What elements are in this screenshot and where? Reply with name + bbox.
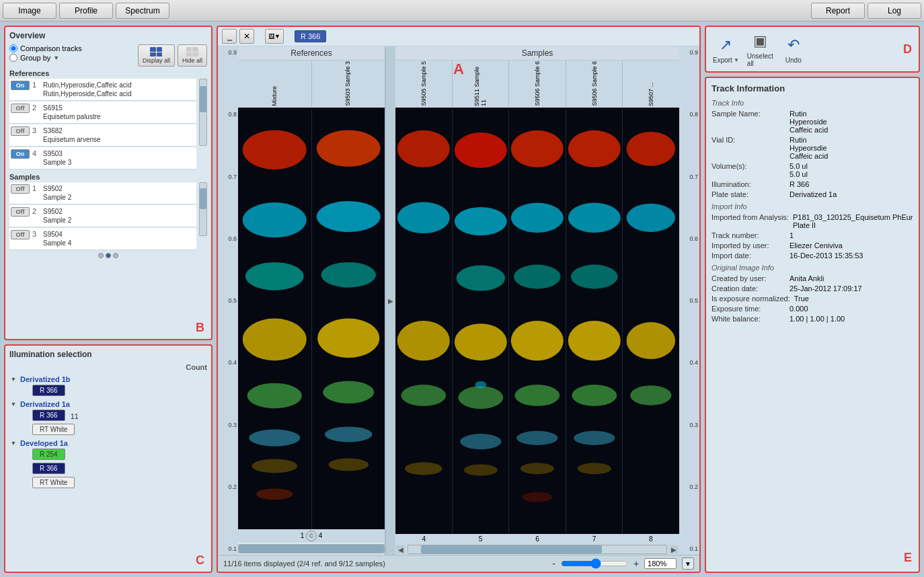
log-button[interactable]: Log <box>868 3 921 19</box>
samples-scrollbar[interactable] <box>199 182 207 236</box>
rf-right-0.7: 0.7 <box>681 174 698 180</box>
volumes-val: 5.0 ul5.0 ul <box>790 162 808 178</box>
nav-dot-3[interactable] <box>113 253 118 258</box>
export-button[interactable]: ↗ Export ▼ <box>713 35 739 64</box>
ref-tlc-track-1[interactable] <box>238 108 312 529</box>
track-info-panel: Track Information Track Info Sample Name… <box>705 77 920 573</box>
ref-tlc-track-4[interactable] <box>312 108 385 529</box>
display-all-label: Display all <box>143 57 170 64</box>
sample-tlc-7[interactable] <box>566 108 623 534</box>
group-by-dropdown-arrow: ▼ <box>53 54 59 61</box>
actions-panel: ↗ Export ▼ ▣ Unselectall ↶ Undo D <box>705 26 920 73</box>
ref-1-num: 1 <box>32 81 40 89</box>
sample-name-val: RutinHyperosideCaffeic acid <box>790 110 828 134</box>
deriv-1b-toggle[interactable]: ▼ <box>9 375 17 383</box>
ref-2-toggle[interactable]: Off <box>11 104 30 113</box>
ref-track-1[interactable]: On 1 Rutin,Hyperosdie,Caffeic acid Rutin… <box>9 79 196 101</box>
comparison-tracks-radio[interactable] <box>9 44 17 52</box>
ref-4-toggle[interactable]: On <box>11 149 30 159</box>
dev-1a-toggle[interactable]: ▼ <box>9 439 17 447</box>
rf-0.8: 0.8 <box>219 111 237 118</box>
sample-label-5: S9511 Sample 11 <box>453 61 510 108</box>
deriv-1a-rtwhite-btn[interactable]: RT White <box>32 424 75 435</box>
sample-tlc-5[interactable] <box>453 108 510 534</box>
ref-bottom-nums: 1 © 4 <box>238 529 385 543</box>
zoom-dropdown-btn[interactable]: ▼ <box>682 557 694 570</box>
zoom-out-icon[interactable]: - <box>552 558 555 569</box>
samples-scroll-right[interactable]: ▶ <box>670 545 678 553</box>
nav-dot-2[interactable] <box>106 253 111 258</box>
svg-point-46 <box>631 385 672 406</box>
nav-dot-1[interactable] <box>98 253 104 258</box>
sample-2-num: 2 <box>32 207 40 215</box>
nav-arrow-right-refs[interactable]: ▶ <box>386 46 395 555</box>
profile-tab[interactable]: Profile <box>59 3 113 19</box>
comparison-tracks-row: Comparison tracks <box>9 44 82 52</box>
display-all-button[interactable]: Display all <box>138 44 175 67</box>
volumes-key: Volume(s): <box>711 162 785 178</box>
deriv-1b-r366-btn[interactable]: R 366 <box>32 385 65 396</box>
dev-1a-rtwhite-btn[interactable]: RT White <box>32 477 75 488</box>
sample-label-8: S9507 ... <box>623 61 679 108</box>
zoom-slider[interactable] <box>561 558 628 569</box>
sample-tlc-6a[interactable] <box>509 108 566 534</box>
sample-1-toggle[interactable]: Off <box>11 184 30 194</box>
ref-track-3[interactable]: Off 3 S3682 Equisetum arvense <box>9 124 196 147</box>
hide-all-button[interactable]: Hide all <box>178 44 207 67</box>
sample-track-1[interactable]: Off 1 S9502 Sample 2 <box>9 182 196 204</box>
illumination-panel: Illumination selection Count ▼ Derivatiz… <box>4 344 213 573</box>
rf-right-0.3: 0.3 <box>681 422 698 428</box>
spectrum-tab[interactable]: Spectrum <box>116 3 169 19</box>
samples-h-scrollbar[interactable] <box>408 545 667 554</box>
dev-1a-r366-btn[interactable]: R 366 <box>32 463 65 474</box>
ref-4-info: S9503 Sample 3 <box>43 149 71 167</box>
sample-track-2[interactable]: Off 2 S9502 Sample 2 <box>9 205 196 227</box>
sample-2-toggle[interactable]: Off <box>11 207 30 217</box>
ref-3-info: S3682 Equisetum arvense <box>43 126 101 144</box>
svg-point-20 <box>454 132 506 168</box>
dev-1a-r254-btn[interactable]: R 254 <box>32 449 65 460</box>
deriv-1a-toggle[interactable]: ▼ <box>9 400 17 408</box>
image-tab[interactable]: Image <box>3 3 56 19</box>
refs-scrollbar[interactable] <box>199 79 207 146</box>
unselect-all-button[interactable]: ▣ Unselectall <box>747 31 773 67</box>
sample-2-info: S9502 Sample 2 <box>43 207 71 225</box>
ref-3-toggle[interactable]: Off <box>11 126 30 136</box>
svg-point-21 <box>454 207 506 235</box>
svg-point-4 <box>247 383 302 409</box>
rf-0.5: 0.5 <box>219 297 237 304</box>
group-by-radio[interactable] <box>9 54 17 62</box>
minimize-btn[interactable]: ⎯ <box>222 29 237 44</box>
hide-all-label: Hide all <box>182 57 202 64</box>
refs-h-scrollbar[interactable] <box>238 544 385 553</box>
zoom-input[interactable] <box>644 558 677 569</box>
creation-date-val: 25-Jan-2012 17:09:17 <box>790 284 862 293</box>
svg-point-26 <box>463 464 497 475</box>
ref-1-toggle[interactable]: On <box>11 81 30 90</box>
deriv-1a-r366-row: R 366 11 <box>20 410 207 422</box>
ref-track-2[interactable]: Off 2 S6915 Equisetum palustre <box>9 102 196 124</box>
undo-label: Undo <box>785 56 802 64</box>
undo-button[interactable]: ↶ Undo <box>781 35 806 64</box>
zoom-in-icon[interactable]: + <box>633 558 639 569</box>
samples-scroll-left[interactable]: ◀ <box>397 545 405 553</box>
deriv-1a-r366-btn[interactable]: R 366 <box>32 410 65 421</box>
sample-3-toggle[interactable]: Off <box>11 230 30 239</box>
tracks-area: 0.9 0.8 0.7 0.6 0.5 0.4 0.3 0.2 0.1 Refe… <box>218 46 699 555</box>
image-mode-btn[interactable]: 🖼▼ <box>265 29 284 44</box>
close-btn[interactable]: ✕ <box>239 29 254 44</box>
illumination-r366-btn[interactable]: R 366 <box>295 30 326 42</box>
svg-point-11 <box>317 319 379 358</box>
ref-track-4[interactable]: On 4 S9503 Sample 3 <box>9 147 196 169</box>
sample-label-4: S9505 Sample 5 <box>395 61 453 108</box>
refs-tlc <box>238 108 385 529</box>
rf-right-0.9: 0.9 <box>681 49 698 56</box>
sample-tlc-4[interactable] <box>395 108 453 534</box>
report-button[interactable]: Report <box>811 3 865 19</box>
sample-tlc-8[interactable] <box>623 108 679 534</box>
sample-track-3[interactable]: Off 3 S9504 Sample 4 <box>9 228 196 250</box>
imported-by-val: Eliezer Ceniviva <box>790 241 843 249</box>
deriv-1b-label: Derivatized 1b <box>20 375 71 383</box>
svg-point-1 <box>243 202 307 237</box>
svg-point-36 <box>568 130 621 167</box>
